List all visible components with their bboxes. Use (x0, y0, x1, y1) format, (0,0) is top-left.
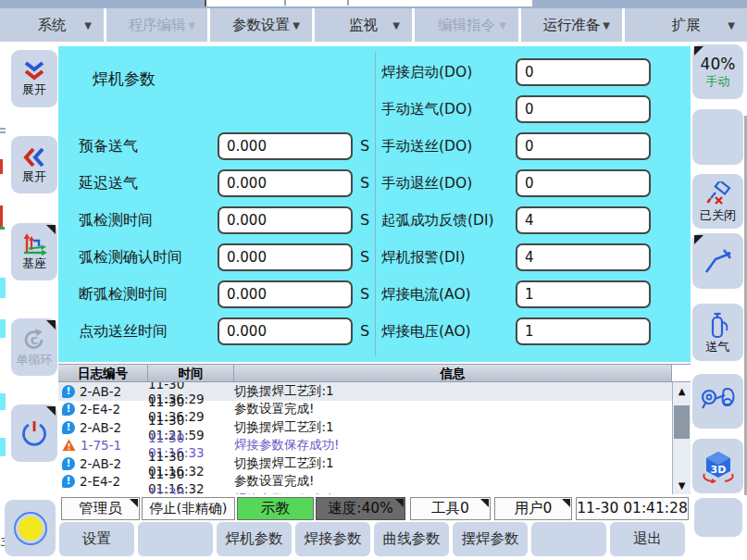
log-row-partial[interactable]: ! 1-75-1 11-30 01:16:32 焊接参数保存成功! (58, 491, 672, 494)
menu-system[interactable]: 系统 ▼ (0, 8, 106, 42)
menu-run-prepare[interactable]: 运行准备 ▼ (521, 8, 625, 42)
exit-button[interactable]: 退出 (610, 522, 685, 556)
unit-label: S (360, 169, 369, 197)
torch-off-button[interactable]: 已关闭 (692, 174, 743, 229)
chevron-down-icon: ▼ (499, 20, 506, 31)
wire-back-do-input[interactable] (516, 169, 651, 197)
background-window-edge (205, 0, 532, 6)
weld-current-ao-input[interactable] (516, 280, 651, 308)
scroll-thumb[interactable] (674, 405, 690, 439)
scroll-up-icon[interactable]: ▲ (673, 386, 691, 396)
jog-wirefeed-input[interactable] (218, 317, 353, 345)
corner-flag-icon (480, 499, 489, 507)
blank-function-button[interactable] (138, 522, 213, 556)
user-level-indicator[interactable]: 管理员 (61, 497, 140, 520)
field-label-manual-gas-do: 手动送气(DO) (381, 95, 472, 123)
3d-view-button[interactable]: 3D (692, 439, 743, 493)
scroll-down-icon[interactable]: ▼ (673, 480, 691, 491)
weld-voltage-ao-input[interactable] (516, 317, 651, 345)
expand-down-label: 展开 (22, 82, 46, 96)
speed-indicator[interactable]: 速度:40% (316, 497, 405, 520)
servo-indicator-button[interactable] (5, 500, 56, 556)
base-frame-button[interactable]: 基座 (11, 223, 57, 280)
user-frame-indicator[interactable]: 用户0 (494, 497, 572, 520)
blank-function-button[interactable] (531, 522, 606, 556)
delaygas-input[interactable] (218, 169, 353, 197)
user-level-label: 管理员 (79, 500, 122, 516)
chevron-down-icon: ▼ (293, 20, 300, 31)
info-icon: ! (62, 403, 75, 416)
edge-fragment (0, 159, 3, 174)
field-label-delaygas: 延迟送气 (79, 169, 138, 197)
settings-button[interactable]: 设置 (59, 522, 134, 556)
double-chevron-left-icon (22, 146, 46, 168)
user-frame-label: 用户0 (515, 500, 553, 516)
menu-monitor[interactable]: 监视 ▼ (315, 8, 415, 42)
double-chevron-down-icon (22, 61, 46, 81)
welding-torch-off-icon (704, 181, 732, 207)
coordinate-axes-icon (21, 233, 47, 255)
pregas-input[interactable] (218, 132, 353, 160)
welder-alarm-di-input[interactable] (516, 243, 651, 271)
field-label-weld-start-do: 焊接启动(DO) (381, 58, 472, 86)
menu-program-edit-label: 程序编辑 (129, 16, 186, 35)
weave-params-button[interactable]: 摆焊参数 (453, 522, 528, 556)
field-label-arc-confirm: 弧检测确认时间 (79, 243, 182, 271)
tool-frame-label: 工具0 (431, 500, 469, 516)
edge-fragment (0, 393, 6, 410)
log-scrollbar[interactable]: ▲ ▼ (672, 382, 691, 494)
background-window-tick (347, 0, 349, 6)
datetime-indicator: 11-30 01:41:28 (576, 497, 689, 520)
field-label-welder-alarm-di: 焊机报警(DI) (381, 243, 466, 271)
teach-mode-indicator: 示教 (237, 497, 314, 520)
menu-extend[interactable]: 扩展 ▼ (625, 8, 747, 42)
welder-parameter-panel: 焊机参数 预备送气 S 延迟送气 S 弧检测时间 S 弧检测确认时间 S 断弧检… (58, 46, 691, 362)
torch-tool-button[interactable] (692, 233, 743, 289)
field-label-weld-current-ao: 焊接电流(AO) (381, 280, 471, 308)
speed-label: 速度:40% (328, 500, 393, 516)
tool-frame-indicator[interactable]: 工具0 (410, 497, 491, 520)
weld-start-do-input[interactable] (516, 58, 651, 86)
svg-text:!: ! (67, 442, 70, 452)
edge-fragment (0, 438, 6, 456)
teach-pendant-button[interactable] (692, 374, 743, 429)
arc-break-input[interactable] (218, 280, 353, 308)
chevron-down-icon: ▼ (188, 20, 195, 31)
weld-params-button[interactable]: 焊接参数 (295, 522, 370, 556)
blank-button[interactable] (694, 498, 742, 537)
single-cycle-icon: C (21, 328, 47, 352)
expand-down-button[interactable]: 展开 (11, 50, 57, 107)
manual-mode-label: 手动 (706, 74, 730, 89)
corner-flag-icon (694, 46, 703, 56)
3d-cube-icon: 3D (701, 450, 736, 483)
log-header-row: 日志编号 时间 信息 (58, 364, 691, 382)
gas-feed-label: 送气 (706, 340, 730, 354)
corner-flag-icon (395, 499, 404, 507)
wire-feed-do-input[interactable] (516, 132, 651, 160)
edge-fragment (0, 131, 6, 133)
menu-run-prepare-label: 运行准备 (543, 16, 601, 35)
expand-left-button[interactable]: 展开 (11, 136, 57, 193)
info-icon: ! (62, 421, 75, 434)
arc-confirm-input[interactable] (218, 243, 353, 271)
arc-detect-input[interactable] (218, 206, 353, 234)
power-button[interactable] (11, 404, 57, 462)
manual-gas-do-input[interactable] (516, 95, 651, 123)
gas-feed-button[interactable]: 送气 (692, 304, 743, 361)
unit-label: S (360, 280, 369, 308)
servo-ring-icon (14, 512, 47, 545)
speed-mode-button[interactable]: 40% 手动 (692, 44, 743, 99)
corner-flag-icon (694, 235, 703, 244)
info-icon: ! (62, 457, 75, 470)
svg-text:C: C (31, 335, 38, 347)
curve-params-button[interactable]: 曲线参数 (374, 522, 449, 556)
welder-params-button[interactable]: 焊机参数 (217, 522, 292, 556)
datetime-label: 11-30 01:41:28 (577, 500, 688, 516)
menu-program-edit: 程序编辑 ▼ (106, 8, 210, 42)
welding-torch-icon (703, 246, 733, 276)
blank-button[interactable] (692, 109, 743, 165)
menu-parameter-settings[interactable]: 参数设置 ▼ (210, 8, 315, 42)
info-icon: ! (62, 385, 75, 398)
arc-ok-di-input[interactable] (516, 206, 651, 234)
log-table: 日志编号 时间 信息 !2-AB-2 11-30 01:36:29 切换摆焊工艺… (58, 364, 691, 494)
